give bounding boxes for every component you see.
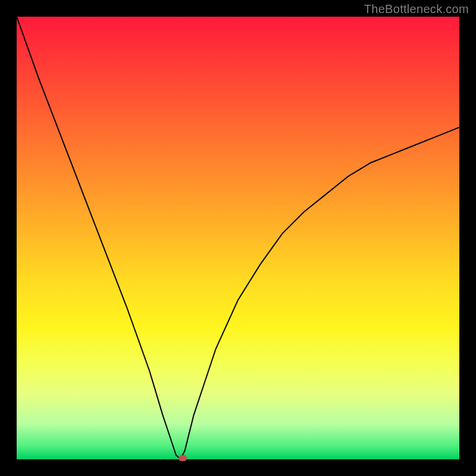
bottleneck-curve bbox=[17, 17, 459, 459]
watermark-text: TheBottleneck.com bbox=[364, 2, 469, 16]
minimum-marker bbox=[178, 455, 187, 461]
curve-path bbox=[17, 17, 459, 459]
chart-frame: TheBottleneck.com bbox=[0, 0, 476, 476]
